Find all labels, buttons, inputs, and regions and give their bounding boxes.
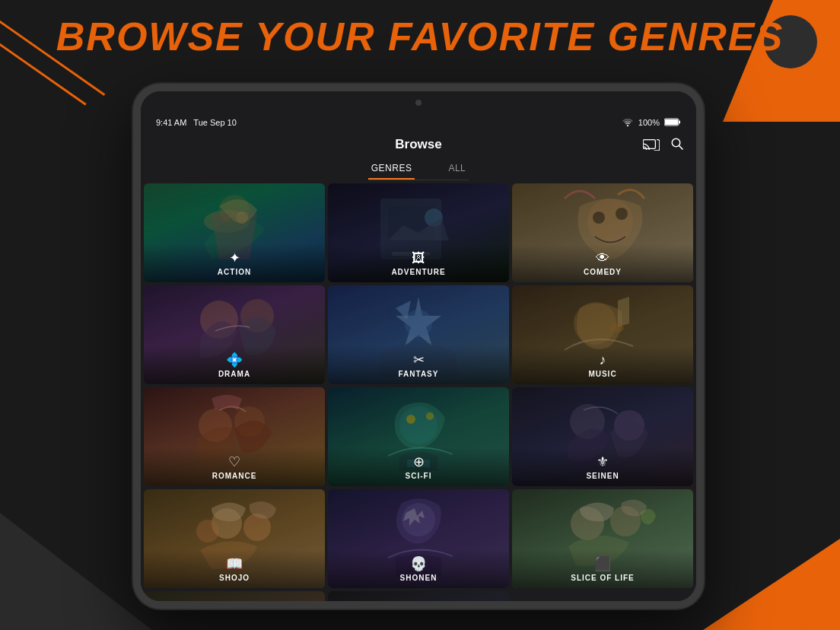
genre-label-sliceoflife: SLICE OF LIFE — [571, 574, 635, 582]
status-date: Tue Sep 10 — [193, 118, 236, 127]
genre-card-sliceoflife[interactable]: ⬛ SLICE OF LIFE — [512, 489, 693, 588]
genre-card-music[interactable]: ♪ MUSIC — [512, 285, 693, 384]
genre-card-more2[interactable]: ⊕ — [328, 591, 509, 606]
genre-overlay-shonen: 💀 SHONEN — [328, 549, 509, 588]
genre-card-more1[interactable]: ⊕ — [144, 591, 325, 606]
header-icons — [643, 137, 684, 154]
genre-icon-sliceoflife: ⬛ — [594, 555, 611, 572]
app-title: Browse — [395, 137, 441, 152]
genre-label-drama: DRAMA — [218, 370, 250, 378]
svg-point-24 — [406, 415, 415, 424]
app-header: Browse GENRES ALL — [141, 131, 696, 180]
genre-icon-seinen: ⚜ — [597, 453, 609, 470]
genre-bg-more1 — [144, 591, 325, 606]
genre-card-comedy[interactable]: 👁 COMEDY — [512, 183, 693, 282]
svg-line-5 — [679, 146, 683, 150]
genre-label-adventure: ADVENTURE — [391, 268, 445, 276]
genre-bg-more2 — [328, 591, 509, 606]
svg-point-18 — [405, 310, 432, 337]
genre-overlay-adventure: 🖼 ADVENTURE — [328, 244, 509, 282]
genre-icon-fantasy: ✂ — [413, 352, 425, 368]
svg-point-15 — [616, 208, 628, 220]
genre-overlay-action: ✦ ACTION — [144, 243, 325, 282]
genre-overlay-music: ♪ MUSIC — [512, 346, 693, 384]
genre-card-action[interactable]: ✦ ACTION — [144, 183, 325, 282]
svg-point-25 — [426, 412, 434, 420]
main-headline: BROWSE YOUR FAVORITE GENRES — [0, 14, 840, 59]
genre-card-shojo[interactable]: 📖 SHOJO — [144, 489, 325, 588]
genre-overlay-fantasy: ✂ FANTASY — [328, 345, 509, 384]
genre-icon-scifi: ⊕ — [413, 453, 425, 470]
svg-rect-1 — [665, 119, 678, 125]
genre-label-fantasy: FANTASY — [399, 370, 439, 378]
genre-overlay-sliceoflife: ⬛ SLICE OF LIFE — [512, 549, 693, 588]
genre-label-shonen: SHONEN — [400, 574, 438, 582]
bg-lines-right — [703, 516, 840, 630]
genre-label-music: MUSIC — [588, 370, 616, 378]
status-time: 9:41 AM — [156, 118, 186, 127]
svg-point-20 — [609, 323, 624, 332]
genre-card-romance[interactable]: ♡ ROMANCE — [144, 387, 325, 486]
genre-icon-drama: 💠 — [226, 352, 243, 368]
svg-point-32 — [196, 520, 219, 542]
genre-card-fantasy[interactable]: ✂ FANTASY — [328, 285, 509, 384]
svg-point-4 — [672, 138, 680, 147]
battery-label: 100% — [638, 118, 660, 127]
genre-label-shojo: SHOJO — [219, 574, 250, 582]
status-right: 100% — [622, 117, 681, 128]
tablet-camera — [415, 100, 422, 106]
genre-icon-shojo: 📖 — [226, 555, 243, 572]
genre-icon-romance: ♡ — [228, 453, 240, 470]
genre-overlay-scifi: ⊕ SCI-FI — [328, 447, 509, 486]
genre-overlay-comedy: 👁 COMEDY — [512, 244, 693, 282]
genre-icon-shonen: 💀 — [410, 555, 427, 572]
genre-label-seinen: SEINEN — [586, 472, 619, 480]
genre-overlay-shojo: 📖 SHOJO — [144, 549, 325, 588]
search-button[interactable] — [670, 137, 684, 154]
genre-label-action: ACTION — [218, 268, 251, 276]
genre-icon-action: ✦ — [229, 250, 240, 266]
genre-card-drama[interactable]: 💠 DRAMA — [144, 285, 325, 384]
tablet-device: 9:41 AM Tue Sep 10 100% — [133, 84, 704, 609]
wifi-icon — [622, 117, 634, 128]
tablet-top-bar — [141, 91, 696, 114]
genre-icon-comedy: 👁 — [596, 250, 609, 266]
genre-overlay-seinen: ⚜ SEINEN — [512, 447, 693, 486]
svg-point-14 — [593, 212, 605, 224]
genre-grid: ✦ ACTION 🖼 ADVENTURE — [141, 180, 696, 606]
genre-icon-music: ♪ — [600, 352, 606, 368]
genre-icon-adventure: 🖼 — [412, 250, 425, 266]
tab-genres[interactable]: GENRES — [368, 158, 415, 180]
genre-card-adventure[interactable]: 🖼 ADVENTURE — [328, 183, 509, 282]
genre-card-scifi[interactable]: ⊕ SCI-FI — [328, 387, 509, 486]
genre-overlay-drama: 💠 DRAMA — [144, 345, 325, 384]
genre-label-scifi: SCI-FI — [406, 472, 432, 480]
genre-overlay-romance: ♡ ROMANCE — [144, 447, 325, 486]
status-bar: 9:41 AM Tue Sep 10 100% — [141, 114, 696, 131]
svg-rect-2 — [679, 120, 680, 123]
genre-label-comedy: COMEDY — [584, 268, 622, 276]
genre-card-seinen[interactable]: ⚜ SEINEN — [512, 387, 693, 486]
status-time-date: 9:41 AM Tue Sep 10 — [156, 118, 237, 127]
battery-icon — [664, 118, 681, 128]
genre-label-romance: ROMANCE — [212, 472, 257, 480]
tab-all[interactable]: ALL — [445, 158, 469, 180]
tabs-container: GENRES ALL — [368, 158, 469, 180]
cast-button[interactable] — [643, 137, 660, 154]
genre-card-shonen[interactable]: 💀 SHONEN — [328, 489, 509, 588]
